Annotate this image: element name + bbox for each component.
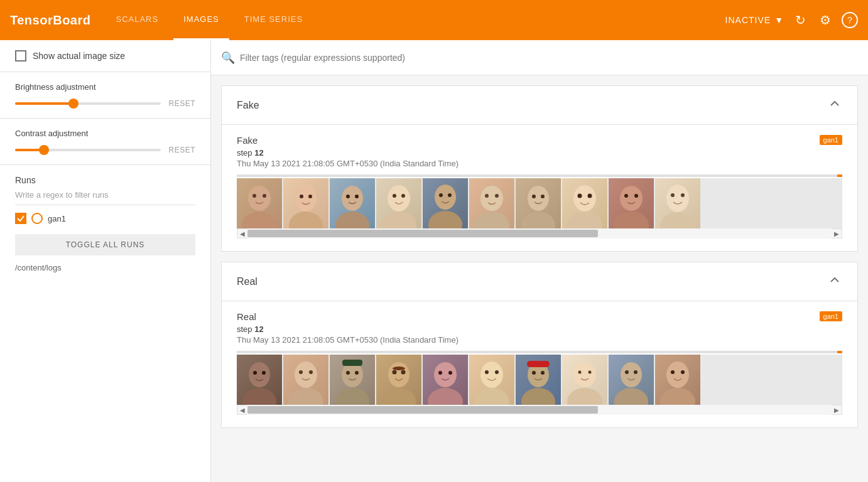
svg-point-7 (308, 195, 312, 198)
svg-point-38 (671, 193, 675, 197)
show-image-size-checkbox[interactable] (15, 50, 26, 62)
brightness-slider-row: RESET (15, 99, 195, 108)
svg-point-41 (242, 388, 276, 405)
run-checkbox-gan1[interactable] (15, 213, 26, 224)
svg-point-57 (393, 367, 405, 370)
refresh-icon[interactable]: ↻ (791, 11, 809, 29)
svg-point-79 (666, 362, 689, 388)
image-card-real: Real gan1 step 12 Thu May 13 2021 21:08:… (222, 301, 857, 427)
contrast-slider[interactable] (15, 149, 161, 151)
scroll-right-real[interactable]: ▶ (832, 405, 842, 415)
run-item-gan1: gan1 (15, 213, 195, 224)
scroll-left-fake[interactable]: ◀ (237, 228, 247, 238)
real-face-image-4 (376, 355, 421, 405)
search-icon: 🔍 (221, 51, 235, 65)
svg-rect-67 (527, 361, 550, 367)
scroll-track-real[interactable] (247, 405, 832, 415)
image-strip-real-scrollbar[interactable]: ◀ ▶ (237, 405, 842, 415)
image-strip-fake (237, 178, 842, 228)
scroll-left-real[interactable]: ◀ (237, 405, 247, 415)
contrast-reset-button[interactable]: RESET (168, 146, 195, 154)
svg-point-74 (589, 371, 592, 374)
svg-point-65 (495, 370, 499, 374)
face-image-4 (376, 178, 421, 228)
svg-point-60 (438, 371, 442, 375)
svg-point-61 (448, 371, 452, 375)
brightness-reset-button[interactable]: RESET (168, 99, 195, 108)
svg-point-58 (434, 362, 457, 387)
nav-scalars[interactable]: SCALARS (106, 0, 168, 40)
svg-point-39 (681, 193, 685, 197)
svg-point-53 (388, 362, 410, 387)
section-real-collapse-button[interactable] (827, 272, 842, 291)
brightness-slider[interactable] (15, 102, 161, 105)
logs-path: /content/logs (15, 263, 195, 272)
svg-point-26 (532, 195, 536, 198)
filter-input[interactable] (240, 53, 858, 63)
nav-time-series[interactable]: TIME SERIES (234, 0, 313, 40)
svg-point-3 (263, 194, 266, 198)
real-face-image-9 (609, 355, 654, 405)
image-card-real-header: Real gan1 (237, 311, 842, 322)
image-card-real-badge: gan1 (820, 311, 842, 321)
svg-point-55 (393, 370, 397, 375)
svg-point-23 (495, 194, 499, 198)
svg-point-2 (252, 194, 256, 198)
image-card-fake: Fake gan1 step 12 Thu May 13 2021 21:08:… (222, 125, 857, 251)
svg-point-25 (521, 212, 555, 228)
help-icon[interactable]: ? (842, 12, 858, 28)
svg-point-14 (393, 194, 396, 198)
svg-point-4 (295, 185, 317, 212)
real-face-image-2 (283, 355, 328, 405)
image-card-fake-title: Fake (237, 135, 258, 146)
svg-point-40 (249, 362, 270, 387)
svg-point-52 (355, 371, 359, 375)
face-image-8 (562, 178, 607, 228)
face-image-9 (609, 178, 654, 228)
image-strip-fake-scrollbar[interactable]: ◀ ▶ (237, 228, 842, 238)
run-label-gan1: gan1 (48, 214, 66, 223)
brightness-section: Brightness adjustment RESET (0, 72, 210, 119)
face-image-10 (655, 178, 700, 228)
svg-point-45 (288, 388, 323, 405)
svg-point-30 (578, 194, 582, 198)
nav-images[interactable]: IMAGES (173, 0, 229, 40)
top-nav: SCALARS IMAGES TIME SERIES (106, 0, 710, 40)
real-face-image-10 (655, 355, 700, 405)
toggle-all-runs-button[interactable]: TOGGLE ALL RUNS (15, 234, 195, 255)
section-real-header: Real (222, 262, 857, 301)
image-strip-real-container: ◀ ▶ (237, 351, 842, 415)
section-real: Real Real gan1 step 12 Thu May 13 2021 2… (221, 262, 858, 428)
real-face-image-3 (330, 355, 375, 405)
real-face-image-6 (469, 355, 514, 405)
scroll-track-fake[interactable] (247, 228, 832, 238)
image-card-real-title: Real (237, 311, 256, 322)
runs-title: Runs (15, 175, 195, 185)
svg-point-32 (620, 186, 643, 211)
real-face-image-8 (562, 355, 607, 405)
section-fake-collapse-button[interactable] (827, 96, 842, 114)
main-layout: Show actual image size Brightness adjust… (0, 40, 868, 482)
image-card-real-time: Thu May 13 2021 21:08:05 GMT+0530 (India… (237, 335, 842, 345)
svg-point-51 (346, 371, 350, 375)
svg-point-73 (578, 371, 582, 374)
face-image-5 (423, 178, 468, 228)
settings-icon[interactable]: ⚙ (816, 11, 834, 29)
svg-point-75 (621, 362, 642, 387)
image-card-fake-step: step 12 (237, 148, 842, 158)
status-dropdown[interactable]: INACTIVE ▼ (725, 15, 784, 25)
show-image-size-label: Show actual image size (33, 51, 125, 61)
svg-point-31 (588, 194, 592, 198)
contrast-section: Contrast adjustment RESET (0, 119, 210, 165)
runs-section: Runs Write a regex to filter runs gan1 T… (0, 165, 210, 282)
svg-point-82 (681, 370, 685, 374)
svg-point-37 (660, 212, 695, 228)
svg-point-36 (666, 185, 689, 212)
scroll-right-fake[interactable]: ▶ (832, 228, 842, 238)
svg-point-19 (448, 193, 452, 197)
filter-bar: 🔍 (211, 40, 868, 75)
svg-point-78 (634, 370, 637, 374)
svg-point-43 (262, 371, 266, 375)
svg-point-77 (625, 370, 629, 374)
sidebar: Show actual image size Brightness adjust… (0, 40, 211, 482)
